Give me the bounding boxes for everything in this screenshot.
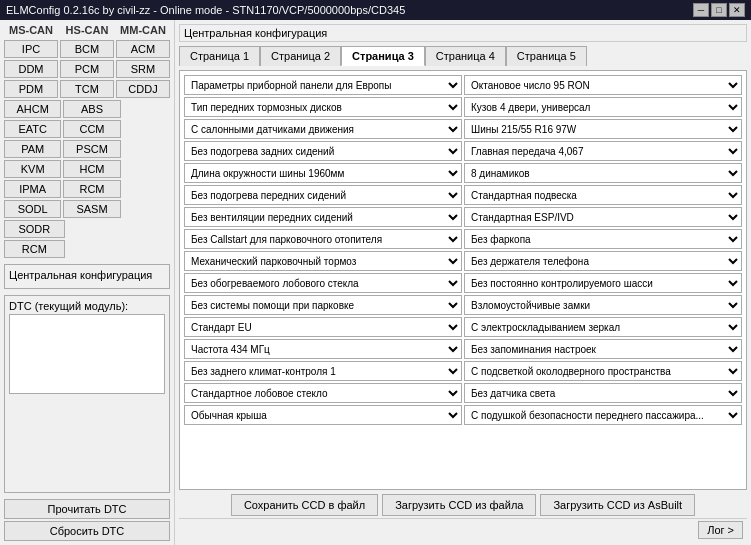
sidebar-row-4: AHCM ABS bbox=[4, 100, 170, 118]
load-ccd-button[interactable]: Загрузить CCD из файла bbox=[382, 494, 536, 516]
tab-page5[interactable]: Страница 5 bbox=[506, 46, 587, 66]
rcm2-button[interactable]: RCM bbox=[4, 240, 65, 258]
config-select-right-12[interactable]: Без запоминания настроек bbox=[464, 339, 742, 359]
dtc-textarea[interactable] bbox=[9, 314, 165, 394]
config-select-left-1[interactable]: Тип передних тормозных дисков bbox=[184, 97, 462, 117]
sidebar-headers: MS-CAN HS-CAN MM-CAN bbox=[4, 24, 170, 36]
config-select-right-10[interactable]: Взломоустойчивые замки bbox=[464, 295, 742, 315]
tab-page3[interactable]: Страница 3 bbox=[341, 46, 425, 66]
config-select-right-11[interactable]: С электроскладыванием зеркал bbox=[464, 317, 742, 337]
ddm-button[interactable]: DDM bbox=[4, 60, 58, 78]
config-select-right-3[interactable]: Главная передача 4,067 bbox=[464, 141, 742, 161]
eatc-button[interactable]: EATC bbox=[4, 120, 61, 138]
config-select-left-2[interactable]: С салонными датчиками движения bbox=[184, 119, 462, 139]
sidebar-row-3: PDM TCM CDDJ bbox=[4, 80, 170, 98]
minimize-button[interactable]: ─ bbox=[693, 3, 709, 17]
config-select-right-2[interactable]: Шины 215/55 R16 97W bbox=[464, 119, 742, 139]
config-row-right-4: 8 динамиков bbox=[464, 163, 742, 183]
sidebar: MS-CAN HS-CAN MM-CAN IPC BCM ACM DDM PCM… bbox=[0, 20, 175, 545]
config-select-right-9[interactable]: Без постоянно контролируемого шасси bbox=[464, 273, 742, 293]
pscm-button[interactable]: PSCM bbox=[63, 140, 120, 158]
sodl-button[interactable]: SODL bbox=[4, 200, 61, 218]
tcm-button[interactable]: TCM bbox=[60, 80, 114, 98]
config-select-right-7[interactable]: Без фаркопа bbox=[464, 229, 742, 249]
config-select-left-15[interactable]: Обычная крыша bbox=[184, 405, 462, 425]
config-row-right-5: Стандартная подвеска bbox=[464, 185, 742, 205]
save-ccd-button[interactable]: Сохранить CCD в файл bbox=[231, 494, 378, 516]
sodr-button[interactable]: SODR bbox=[4, 220, 65, 238]
config-select-left-0[interactable]: Параметры приборной панели для Европы bbox=[184, 75, 462, 95]
tab-page2[interactable]: Страница 2 bbox=[260, 46, 341, 66]
config-row-left-0: Параметры приборной панели для Европы bbox=[184, 75, 462, 95]
tab-page4[interactable]: Страница 4 bbox=[425, 46, 506, 66]
pcm-button[interactable]: PCM bbox=[60, 60, 114, 78]
reset-dtc-button[interactable]: Сбросить DTC bbox=[4, 521, 170, 541]
config-select-left-11[interactable]: Стандарт EU bbox=[184, 317, 462, 337]
close-button[interactable]: ✕ bbox=[729, 3, 745, 17]
sidebar-row-7: KVM HCM bbox=[4, 160, 170, 178]
hcm-button[interactable]: HCM bbox=[63, 160, 120, 178]
srm-button[interactable]: SRM bbox=[116, 60, 170, 78]
sidebar-row-6: PAM PSCM bbox=[4, 140, 170, 158]
rcm-button[interactable]: RCM bbox=[63, 180, 120, 198]
window-title: ELMConfig 0.2.16c by civil-zz - Online m… bbox=[6, 4, 405, 16]
bcm-button[interactable]: BCM bbox=[60, 40, 114, 58]
config-select-left-5[interactable]: Без подогрева передних сидений bbox=[184, 185, 462, 205]
config-select-right-8[interactable]: Без держателя телефона bbox=[464, 251, 742, 271]
ahcm-button[interactable]: AHCM bbox=[4, 100, 61, 118]
config-select-right-6[interactable]: Стандартная ESP/IVD bbox=[464, 207, 742, 227]
log-button[interactable]: Лог > bbox=[698, 521, 743, 539]
acm-button[interactable]: ACM bbox=[116, 40, 170, 58]
config-select-right-4[interactable]: 8 динамиков bbox=[464, 163, 742, 183]
config-select-right-13[interactable]: С подсветкой околодверного пространства bbox=[464, 361, 742, 381]
config-select-left-8[interactable]: Механический парковочный тормоз bbox=[184, 251, 462, 271]
central-config-section: Центральная конфигурация bbox=[4, 264, 170, 289]
read-dtc-button[interactable]: Прочитать DTC bbox=[4, 499, 170, 519]
config-row-right-6: Стандартная ESP/IVD bbox=[464, 207, 742, 227]
config-row-right-13: С подсветкой околодверного пространства bbox=[464, 361, 742, 381]
abs-button[interactable]: ABS bbox=[63, 100, 120, 118]
config-select-left-6[interactable]: Без вентиляции передних сидений bbox=[184, 207, 462, 227]
config-row-left-8: Механический парковочный тормоз bbox=[184, 251, 462, 271]
kvm-button[interactable]: KVM bbox=[4, 160, 61, 178]
config-select-right-15[interactable]: С подушкой безопасности переднего пассаж… bbox=[464, 405, 742, 425]
ipc-button[interactable]: IPC bbox=[4, 40, 58, 58]
ipma-button[interactable]: IPMA bbox=[4, 180, 61, 198]
dtc-box: DTC (текущий модуль): bbox=[4, 295, 170, 493]
mm-can-label: MM-CAN bbox=[116, 24, 170, 36]
load-asbuilt-button[interactable]: Загрузить CCD из AsBuilt bbox=[540, 494, 695, 516]
config-select-left-3[interactable]: Без подогрева задних сидений bbox=[184, 141, 462, 161]
config-select-right-1[interactable]: Кузов 4 двери, универсал bbox=[464, 97, 742, 117]
config-select-left-10[interactable]: Без системы помощи при парковке bbox=[184, 295, 462, 315]
cddj-button[interactable]: CDDJ bbox=[116, 80, 170, 98]
maximize-button[interactable]: □ bbox=[711, 3, 727, 17]
config-grid: Параметры приборной панели для ЕвропыОкт… bbox=[184, 75, 742, 425]
sidebar-row-9: SODL SASM bbox=[4, 200, 170, 218]
config-row-left-13: Без заднего климат-контроля 1 bbox=[184, 361, 462, 381]
config-select-left-7[interactable]: Без Callstart для парковочного отопителя bbox=[184, 229, 462, 249]
sasm-button[interactable]: SASM bbox=[63, 200, 120, 218]
config-row-left-14: Стандартное лобовое стекло bbox=[184, 383, 462, 403]
config-select-right-14[interactable]: Без датчика света bbox=[464, 383, 742, 403]
config-select-left-13[interactable]: Без заднего климат-контроля 1 bbox=[184, 361, 462, 381]
config-row-left-15: Обычная крыша bbox=[184, 405, 462, 425]
config-row-right-9: Без постоянно контролируемого шасси bbox=[464, 273, 742, 293]
pdm-button[interactable]: PDM bbox=[4, 80, 58, 98]
ccm-button[interactable]: CCM bbox=[63, 120, 120, 138]
tab-page1[interactable]: Страница 1 bbox=[179, 46, 260, 66]
hs-can-label: HS-CAN bbox=[60, 24, 114, 36]
config-select-right-5[interactable]: Стандартная подвеска bbox=[464, 185, 742, 205]
status-bar: Лог > bbox=[179, 518, 747, 541]
config-select-left-9[interactable]: Без обогреваемого лобового стекла bbox=[184, 273, 462, 293]
config-row-left-10: Без системы помощи при парковке bbox=[184, 295, 462, 315]
config-select-left-12[interactable]: Частота 434 МГц bbox=[184, 339, 462, 359]
config-select-left-4[interactable]: Длина окружности шины 1960мм bbox=[184, 163, 462, 183]
sidebar-row-5: EATC CCM bbox=[4, 120, 170, 138]
config-select-left-14[interactable]: Стандартное лобовое стекло bbox=[184, 383, 462, 403]
config-row-right-1: Кузов 4 двери, универсал bbox=[464, 97, 742, 117]
config-row-right-11: С электроскладыванием зеркал bbox=[464, 317, 742, 337]
config-select-right-0[interactable]: Октановое число 95 RON bbox=[464, 75, 742, 95]
config-row-left-11: Стандарт EU bbox=[184, 317, 462, 337]
pam-button[interactable]: PAM bbox=[4, 140, 61, 158]
config-row-right-14: Без датчика света bbox=[464, 383, 742, 403]
